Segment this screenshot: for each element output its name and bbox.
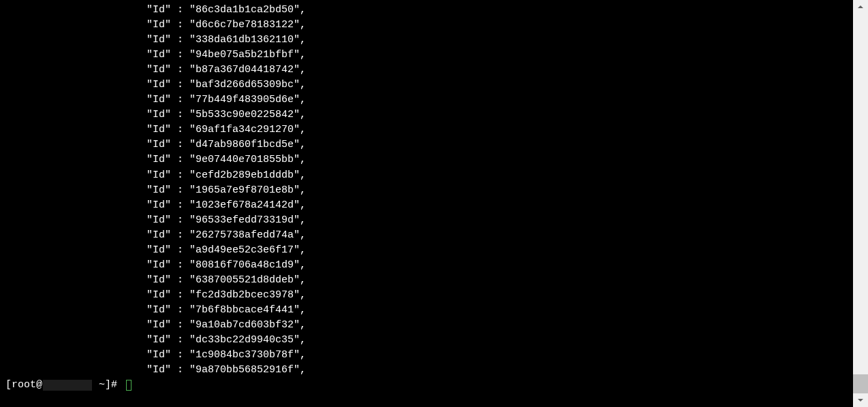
output-line: "Id" : "d6c6c7be78183122", [5, 18, 848, 33]
output-line: "Id" : "d47ab9860f1bcd5e", [5, 137, 848, 152]
output-line: "Id" : "1023ef678a24142d", [5, 198, 848, 213]
output-line: "Id" : "77b449f483905d6e", [5, 93, 848, 108]
output-line: "Id" : "dc33bc22d9940c35", [5, 333, 848, 348]
vertical-scrollbar[interactable] [853, 0, 868, 407]
chevron-down-icon [857, 397, 864, 404]
prompt-host-redacted [43, 380, 92, 391]
output-line: "Id" : "a9d49ee52c3e6f17", [5, 243, 848, 258]
output-line: "Id" : "9e07440e701855bb", [5, 152, 848, 167]
output-line: "Id" : "1c9084bc3730b78f", [5, 348, 848, 363]
output-line: "Id" : "cefd2b289eb1dddb", [5, 168, 848, 183]
scroll-down-button[interactable] [853, 393, 868, 407]
scroll-up-button[interactable] [853, 0, 868, 14]
output-line: "Id" : "5b533c90e0225842", [5, 108, 848, 123]
output-line: "Id" : "9a10ab7cd603bf32", [5, 318, 848, 333]
output-line: "Id" : "b87a367d04418742", [5, 63, 848, 78]
output-line: "Id" : "9a870bb56852916f", [5, 363, 848, 378]
output-line: "Id" : "94be075a5b21bfbf", [5, 48, 848, 63]
prompt-suffix: ~]# [93, 378, 123, 393]
output-line: "Id" : "69af1fa34c291270", [5, 123, 848, 137]
output-line: "Id" : "86c3da1b1ca2bd50", [5, 3, 848, 18]
scrollbar-thumb[interactable] [853, 374, 868, 393]
output-line: "Id" : "6387005521d8ddeb", [5, 273, 848, 288]
scrollbar-track[interactable] [853, 14, 868, 393]
output-line: "Id" : "7b6f8bbcace4f441", [5, 303, 848, 318]
output-line: "Id" : "fc2d3db2bcec3978", [5, 288, 848, 303]
terminal-output: "Id" : "86c3da1b1ca2bd50", "Id" : "d6c6c… [0, 0, 853, 398]
prompt-open-bracket: [ [5, 378, 12, 393]
output-line: "Id" : "96533efedd73319d", [5, 213, 848, 228]
cursor-icon [126, 380, 131, 391]
output-line: "Id" : "baf3d266d65309bc", [5, 78, 848, 93]
output-line: "Id" : "26275738afedd74a", [5, 228, 848, 243]
shell-prompt[interactable]: [root@ ~]# [5, 378, 848, 393]
output-line: "Id" : "80816f706a48c1d9", [5, 258, 848, 273]
output-line: "Id" : "1965a7e9f8701e8b", [5, 183, 848, 198]
prompt-user: root@ [12, 378, 42, 393]
output-line: "Id" : "338da61db1362110", [5, 33, 848, 48]
chevron-up-icon [857, 3, 864, 10]
terminal-window[interactable]: "Id" : "86c3da1b1ca2bd50", "Id" : "d6c6c… [0, 0, 853, 407]
